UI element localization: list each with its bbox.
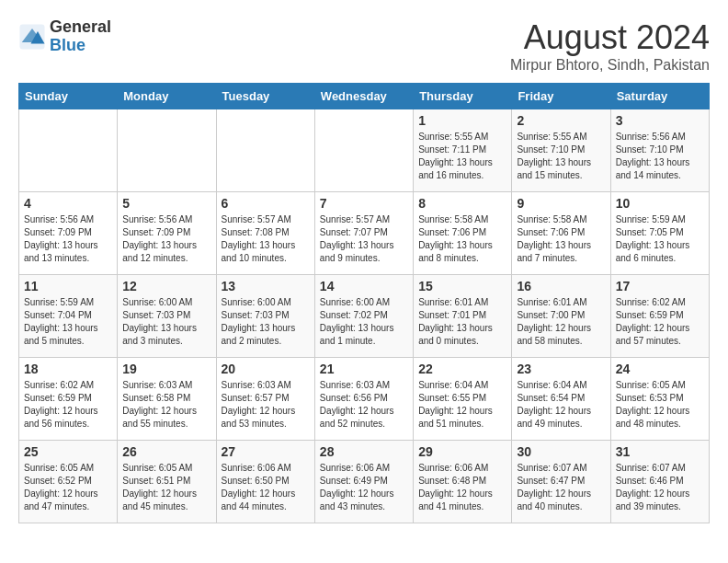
day-number: 30 bbox=[517, 444, 605, 459]
calendar-cell: 10Sunrise: 5:59 AM Sunset: 7:05 PM Dayli… bbox=[610, 192, 709, 275]
day-number: 2 bbox=[517, 113, 605, 128]
day-number: 21 bbox=[320, 362, 408, 376]
day-info: Sunrise: 5:55 AM Sunset: 7:10 PM Dayligh… bbox=[517, 131, 605, 182]
column-header-saturday: Saturday bbox=[610, 84, 709, 109]
calendar-cell: 15Sunrise: 6:01 AM Sunset: 7:01 PM Dayli… bbox=[414, 275, 512, 358]
day-info: Sunrise: 5:59 AM Sunset: 7:04 PM Dayligh… bbox=[24, 296, 112, 348]
day-info: Sunrise: 5:58 AM Sunset: 7:06 PM Dayligh… bbox=[418, 213, 506, 265]
calendar-cell: 20Sunrise: 6:03 AM Sunset: 6:57 PM Dayli… bbox=[216, 358, 314, 441]
logo-blue-text: Blue bbox=[50, 37, 111, 55]
day-info: Sunrise: 6:01 AM Sunset: 7:00 PM Dayligh… bbox=[517, 296, 605, 348]
calendar-cell bbox=[314, 109, 413, 192]
day-info: Sunrise: 6:06 AM Sunset: 6:48 PM Dayligh… bbox=[418, 462, 506, 513]
calendar-cell: 3Sunrise: 5:56 AM Sunset: 7:10 PM Daylig… bbox=[610, 109, 709, 192]
calendar-cell: 29Sunrise: 6:06 AM Sunset: 6:48 PM Dayli… bbox=[414, 441, 512, 523]
day-info: Sunrise: 6:05 AM Sunset: 6:51 PM Dayligh… bbox=[122, 462, 210, 513]
calendar-cell: 24Sunrise: 6:05 AM Sunset: 6:53 PM Dayli… bbox=[610, 358, 709, 441]
page-header: General Blue August 2024 Mirpur Bhtoro, … bbox=[18, 18, 710, 74]
day-number: 13 bbox=[222, 279, 310, 293]
calendar-week-row: 18Sunrise: 6:02 AM Sunset: 6:59 PM Dayli… bbox=[19, 358, 710, 441]
day-number: 10 bbox=[616, 196, 704, 211]
day-number: 17 bbox=[616, 279, 704, 293]
calendar-cell: 19Sunrise: 6:03 AM Sunset: 6:58 PM Dayli… bbox=[118, 358, 216, 441]
day-number: 29 bbox=[418, 444, 506, 459]
calendar-cell: 8Sunrise: 5:58 AM Sunset: 7:06 PM Daylig… bbox=[414, 192, 512, 275]
day-number: 1 bbox=[418, 113, 506, 128]
calendar-week-row: 25Sunrise: 6:05 AM Sunset: 6:52 PM Dayli… bbox=[19, 441, 710, 523]
day-info: Sunrise: 5:55 AM Sunset: 7:11 PM Dayligh… bbox=[418, 131, 506, 182]
title-block: August 2024 Mirpur Bhtoro, Sindh, Pakist… bbox=[510, 18, 710, 74]
day-number: 22 bbox=[418, 362, 506, 376]
column-header-friday: Friday bbox=[512, 84, 610, 109]
day-number: 14 bbox=[320, 279, 408, 293]
calendar-cell: 17Sunrise: 6:02 AM Sunset: 6:59 PM Dayli… bbox=[610, 275, 709, 358]
day-info: Sunrise: 6:05 AM Sunset: 6:53 PM Dayligh… bbox=[616, 379, 704, 431]
calendar-cell: 7Sunrise: 5:57 AM Sunset: 7:07 PM Daylig… bbox=[314, 192, 413, 275]
logo: General Blue bbox=[18, 18, 111, 55]
calendar-cell: 27Sunrise: 6:06 AM Sunset: 6:50 PM Dayli… bbox=[216, 441, 314, 523]
day-info: Sunrise: 5:57 AM Sunset: 7:08 PM Dayligh… bbox=[222, 213, 310, 265]
calendar-cell: 1Sunrise: 5:55 AM Sunset: 7:11 PM Daylig… bbox=[414, 109, 512, 192]
column-header-monday: Monday bbox=[118, 84, 216, 109]
calendar-table: SundayMondayTuesdayWednesdayThursdayFrid… bbox=[18, 83, 710, 523]
day-info: Sunrise: 6:02 AM Sunset: 6:59 PM Dayligh… bbox=[616, 296, 704, 348]
day-number: 8 bbox=[418, 196, 506, 211]
location-title: Mirpur Bhtoro, Sindh, Pakistan bbox=[510, 57, 710, 74]
day-number: 12 bbox=[122, 279, 210, 293]
day-number: 20 bbox=[222, 362, 310, 376]
column-header-sunday: Sunday bbox=[19, 84, 118, 109]
calendar-cell: 26Sunrise: 6:05 AM Sunset: 6:51 PM Dayli… bbox=[118, 441, 216, 523]
day-number: 27 bbox=[222, 444, 310, 459]
day-number: 19 bbox=[122, 362, 210, 376]
day-info: Sunrise: 5:57 AM Sunset: 7:07 PM Dayligh… bbox=[320, 213, 408, 265]
day-number: 31 bbox=[616, 444, 704, 459]
day-number: 15 bbox=[418, 279, 506, 293]
calendar-cell: 6Sunrise: 5:57 AM Sunset: 7:08 PM Daylig… bbox=[216, 192, 314, 275]
column-header-thursday: Thursday bbox=[414, 84, 512, 109]
day-info: Sunrise: 6:00 AM Sunset: 7:03 PM Dayligh… bbox=[222, 296, 310, 348]
day-info: Sunrise: 6:00 AM Sunset: 7:03 PM Dayligh… bbox=[122, 296, 210, 348]
day-info: Sunrise: 6:05 AM Sunset: 6:52 PM Dayligh… bbox=[24, 462, 112, 513]
day-number: 11 bbox=[24, 279, 112, 293]
day-number: 9 bbox=[517, 196, 605, 211]
logo-icon bbox=[18, 23, 46, 51]
day-info: Sunrise: 6:07 AM Sunset: 6:47 PM Dayligh… bbox=[517, 462, 605, 513]
day-info: Sunrise: 5:56 AM Sunset: 7:09 PM Dayligh… bbox=[122, 213, 210, 265]
day-info: Sunrise: 6:01 AM Sunset: 7:01 PM Dayligh… bbox=[418, 296, 506, 348]
calendar-cell: 2Sunrise: 5:55 AM Sunset: 7:10 PM Daylig… bbox=[512, 109, 610, 192]
calendar-cell: 9Sunrise: 5:58 AM Sunset: 7:06 PM Daylig… bbox=[512, 192, 610, 275]
day-number: 16 bbox=[517, 279, 605, 293]
calendar-week-row: 1Sunrise: 5:55 AM Sunset: 7:11 PM Daylig… bbox=[19, 109, 710, 192]
calendar-cell: 31Sunrise: 6:07 AM Sunset: 6:46 PM Dayli… bbox=[610, 441, 709, 523]
calendar-header-row: SundayMondayTuesdayWednesdayThursdayFrid… bbox=[19, 84, 710, 109]
day-number: 26 bbox=[122, 444, 210, 459]
day-number: 6 bbox=[222, 196, 310, 211]
day-info: Sunrise: 6:04 AM Sunset: 6:54 PM Dayligh… bbox=[517, 379, 605, 431]
calendar-cell bbox=[216, 109, 314, 192]
logo-general-text: General bbox=[50, 18, 111, 37]
calendar-cell: 28Sunrise: 6:06 AM Sunset: 6:49 PM Dayli… bbox=[314, 441, 413, 523]
calendar-cell: 16Sunrise: 6:01 AM Sunset: 7:00 PM Dayli… bbox=[512, 275, 610, 358]
day-info: Sunrise: 6:03 AM Sunset: 6:57 PM Dayligh… bbox=[222, 379, 310, 431]
day-info: Sunrise: 6:03 AM Sunset: 6:56 PM Dayligh… bbox=[320, 379, 408, 431]
day-number: 18 bbox=[24, 362, 112, 376]
day-number: 24 bbox=[616, 362, 704, 376]
calendar-cell: 14Sunrise: 6:00 AM Sunset: 7:02 PM Dayli… bbox=[314, 275, 413, 358]
day-info: Sunrise: 6:07 AM Sunset: 6:46 PM Dayligh… bbox=[616, 462, 704, 513]
calendar-cell: 11Sunrise: 5:59 AM Sunset: 7:04 PM Dayli… bbox=[19, 275, 118, 358]
day-info: Sunrise: 6:03 AM Sunset: 6:58 PM Dayligh… bbox=[122, 379, 210, 431]
calendar-cell: 4Sunrise: 5:56 AM Sunset: 7:09 PM Daylig… bbox=[19, 192, 118, 275]
calendar-week-row: 11Sunrise: 5:59 AM Sunset: 7:04 PM Dayli… bbox=[19, 275, 710, 358]
day-number: 25 bbox=[24, 444, 112, 459]
calendar-cell: 25Sunrise: 6:05 AM Sunset: 6:52 PM Dayli… bbox=[19, 441, 118, 523]
day-info: Sunrise: 6:02 AM Sunset: 6:59 PM Dayligh… bbox=[24, 379, 112, 431]
day-info: Sunrise: 5:58 AM Sunset: 7:06 PM Dayligh… bbox=[517, 213, 605, 265]
column-header-wednesday: Wednesday bbox=[314, 84, 413, 109]
logo-text: General Blue bbox=[50, 18, 111, 55]
day-info: Sunrise: 6:00 AM Sunset: 7:02 PM Dayligh… bbox=[320, 296, 408, 348]
calendar-cell: 22Sunrise: 6:04 AM Sunset: 6:55 PM Dayli… bbox=[414, 358, 512, 441]
day-number: 5 bbox=[122, 196, 210, 211]
column-header-tuesday: Tuesday bbox=[216, 84, 314, 109]
day-info: Sunrise: 6:06 AM Sunset: 6:50 PM Dayligh… bbox=[222, 462, 310, 513]
day-info: Sunrise: 5:56 AM Sunset: 7:10 PM Dayligh… bbox=[616, 131, 704, 182]
